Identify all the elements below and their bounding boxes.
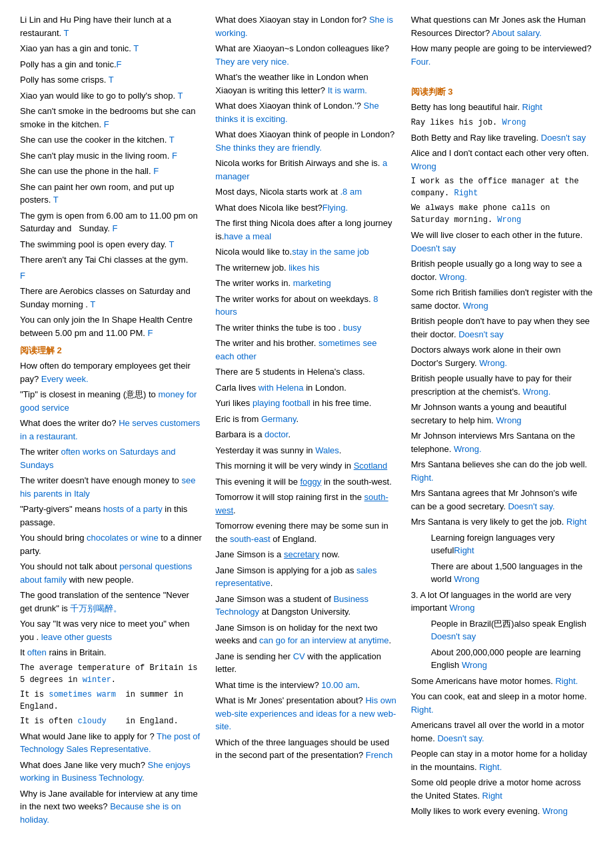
line: You can only join the In Shape Health Ce… [20, 313, 202, 339]
line: What is Mr Jones' presentation about? Hi… [215, 694, 397, 733]
answer: Wrong [454, 574, 479, 584]
line: Xiao yan has a gin and tonic. T [20, 42, 202, 55]
answer: 千万别喝醉。 [70, 603, 122, 613]
answer: Every week. [41, 374, 89, 384]
answer: playing football [253, 398, 310, 408]
line: What does the writer do? He serves custo… [20, 417, 202, 443]
line: Americans travel all over the world in a… [411, 719, 593, 745]
answer: It is warm. [328, 85, 367, 95]
line: She can't smoke in the bedrooms but she … [20, 105, 202, 131]
answer: sometimes see each other [215, 338, 376, 361]
line: What would Jane like to apply for ? The … [20, 730, 202, 756]
answer: Four. [411, 57, 431, 67]
answer: Doesn't say [541, 133, 586, 143]
answer: Doesn't say [431, 631, 476, 641]
answer: Right. [555, 676, 578, 686]
page-layout: Li Lin and Hu Ping have their lunch at a… [20, 13, 593, 829]
line: Tomorrow it will stop raining first in t… [215, 491, 397, 517]
answer: T [64, 28, 69, 38]
line: "Tip" is closest in meaning (意思) to mone… [20, 388, 202, 414]
answer: Right [454, 545, 474, 555]
line: Why is Jane available for interview at a… [20, 787, 202, 827]
line: Jane Simson is applying for a job as sal… [215, 564, 397, 590]
answer: Wrong [463, 301, 488, 311]
answer: leave other guests [41, 632, 112, 642]
line: How many people are going to be intervie… [411, 42, 593, 68]
answer: F [153, 166, 159, 176]
line: 3. A lot Of languages in the world are v… [411, 589, 593, 615]
answer: Right. [479, 762, 502, 772]
answer: Wrong. [523, 387, 551, 397]
line: There are Aerobics classes on Saturday a… [20, 285, 202, 311]
answer: south-west [215, 492, 388, 515]
answer: CV [293, 651, 305, 661]
answer: Business Technology [215, 594, 368, 617]
column-3: What questions can Mr Jones ask the Huma… [411, 13, 593, 821]
section3-title: 阅读判断 3 [411, 86, 593, 98]
answer: personal questions about family [20, 561, 192, 585]
line: Mr Johnson interviews Mrs Santana on the… [411, 429, 593, 455]
line: She can't play music in the living room.… [20, 149, 202, 163]
answer: Right. [411, 473, 434, 483]
line: Polly has a gin and tonic.F [20, 58, 202, 71]
answer: F [20, 271, 25, 281]
line: What does Nicola like best?Flying. [215, 201, 397, 215]
line: This evening it will be foggy in the sou… [215, 475, 397, 489]
answer: 8 hours [215, 294, 378, 317]
answer: Right [566, 517, 586, 527]
line: Carla lives with Helena in London. [215, 381, 397, 395]
answer: have a meal [224, 231, 271, 241]
line: There aren't any Tai Chi classes at the … [20, 253, 202, 267]
line: What time is the interview? 10.00 am. [215, 679, 397, 692]
line: F [20, 269, 202, 283]
answer: Wrong [449, 603, 474, 613]
line: She can paint her own room, and put up p… [20, 181, 202, 207]
line: Doctors always work alone in their own D… [411, 343, 593, 369]
line: Mrs Santana believes she can do the job … [411, 458, 593, 484]
answer: Doesn't say [458, 329, 504, 339]
answer: She thinks it is exciting. [215, 101, 378, 124]
answer: cloudy [77, 717, 106, 726]
line: This morning it will be very windy in Sc… [215, 459, 397, 473]
answer: Wrong. [479, 358, 507, 368]
answer: often [27, 647, 47, 657]
answer: Scotland [354, 461, 388, 471]
answer: .8 am [340, 187, 362, 197]
answer: south-east [230, 534, 271, 544]
answer: Right. [411, 705, 434, 715]
line: Yuri likes playing football in his free … [215, 397, 397, 410]
line: Yesterday it was sunny in Wales. [215, 444, 397, 457]
line: She can use the cooker in the kitchen. T [20, 133, 202, 147]
answer: T [177, 91, 183, 101]
answer: His own web-site experiences and ideas f… [215, 695, 396, 731]
line: What questions can Mr Jones ask the Huma… [411, 13, 593, 39]
answer: Wrong [502, 118, 526, 127]
line: Jane Simson is a secretary now. [215, 548, 397, 561]
answer: Because she is on holiday. [20, 801, 181, 825]
line: You say "It was very nice to meet you" w… [20, 617, 202, 643]
answer: Wrong [462, 660, 487, 670]
line mono: It is often cloudy in England. [20, 715, 202, 727]
answer: T [53, 195, 59, 205]
answer: F [104, 119, 109, 129]
line: What does Xiaoyan think of London.'? She… [215, 99, 397, 125]
line: Nicola works for British Airways and she… [215, 157, 397, 183]
line: Barbara is a doctor. [215, 428, 397, 441]
col1-lines: Li Lin and Hu Ping have their lunch at a… [20, 13, 202, 339]
line: The first thing Nicola does after a long… [215, 217, 397, 243]
answer: Wales [315, 445, 339, 455]
line: How often do temporary employees get the… [20, 359, 202, 385]
answer: T [90, 299, 95, 309]
line: The writer often works on Saturdays and … [20, 445, 202, 471]
line mono: It is sometimes warm in summer in Englan… [20, 689, 202, 713]
line: Betty has long beautiful hair. Right [411, 101, 593, 114]
answer: Doesn't say. [437, 733, 484, 743]
line: The swimming pool is open every day. T [20, 238, 202, 251]
line: What does Xiaoyan think of people in Lon… [215, 128, 397, 154]
answer: with Helena [259, 383, 304, 393]
answer: The post of Technology Sales Representat… [20, 731, 200, 755]
answer: T [109, 75, 114, 85]
line: What does Jane like very much? She enjoy… [20, 759, 202, 785]
line: What does Xiaoyan stay in London for? Sh… [215, 13, 397, 39]
column-2: What does Xiaoyan stay in London for? Sh… [215, 13, 397, 765]
